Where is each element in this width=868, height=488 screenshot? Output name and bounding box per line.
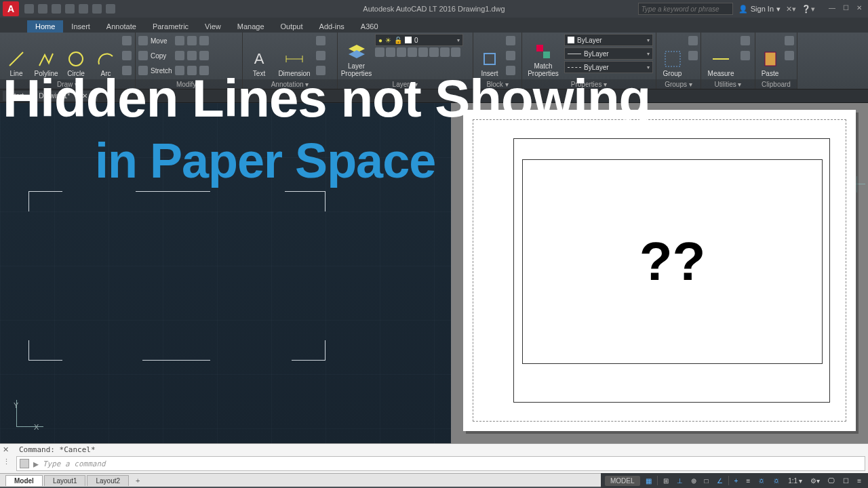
ungroup-button[interactable] bbox=[688, 34, 698, 47]
command-history: Command: *Cancel* bbox=[0, 444, 868, 456]
draw-extra-2[interactable] bbox=[122, 49, 132, 62]
restore-button[interactable]: ☐ bbox=[840, 4, 852, 14]
rotate-icon bbox=[175, 36, 184, 45]
layout-tab-add[interactable]: + bbox=[130, 475, 145, 486]
layer-name: 0 bbox=[414, 37, 418, 44]
app-logo[interactable]: A bbox=[3, 1, 19, 16]
layer-tool-4-icon[interactable] bbox=[408, 47, 417, 57]
qat-undo-icon[interactable] bbox=[92, 4, 102, 14]
tab-insert[interactable]: Insert bbox=[63, 20, 98, 33]
status-dynmode-icon[interactable]: + bbox=[732, 476, 741, 486]
status-space-toggle[interactable]: MODEL bbox=[605, 476, 640, 486]
chevron-down-icon: ▾ bbox=[776, 5, 781, 14]
status-clean-icon[interactable]: ☐ bbox=[840, 476, 852, 486]
person-icon: 👤 bbox=[738, 5, 748, 14]
svg-rect-8 bbox=[536, 45, 543, 52]
tab-parametric[interactable]: Parametric bbox=[144, 20, 197, 33]
trim-button[interactable] bbox=[187, 34, 197, 47]
status-anno2-icon[interactable]: ⛭ bbox=[770, 476, 783, 486]
circle-icon bbox=[66, 49, 85, 68]
status-grid-icon[interactable]: ▦ bbox=[643, 476, 654, 486]
rotate-button[interactable] bbox=[175, 34, 184, 47]
command-input-row[interactable]: ▸ Type a command bbox=[16, 456, 865, 471]
help-icon[interactable]: ❔▾ bbox=[802, 5, 815, 14]
copy-button[interactable]: Copy bbox=[138, 49, 172, 62]
minimize-button[interactable]: — bbox=[826, 4, 838, 14]
paper-space-panel[interactable]: ?? bbox=[451, 103, 868, 443]
tab-manage[interactable]: Manage bbox=[229, 20, 273, 33]
corner-bot-right bbox=[292, 340, 326, 361]
text-icon: A bbox=[250, 49, 269, 68]
layer-tool-6-icon[interactable] bbox=[429, 47, 439, 57]
status-monitor-icon[interactable]: 🖵 bbox=[825, 476, 837, 486]
leader-button[interactable] bbox=[316, 34, 326, 47]
tab-addins[interactable]: Add-ins bbox=[311, 20, 353, 33]
status-polar-icon[interactable]: ⊕ bbox=[688, 476, 699, 486]
svg-marker-6 bbox=[349, 50, 365, 58]
modify-extra-2[interactable] bbox=[199, 49, 209, 62]
layer-selector[interactable]: ● ☀ 🔓 0 bbox=[375, 34, 463, 46]
corner-top-right bbox=[285, 191, 326, 211]
copy-clip-icon bbox=[785, 51, 794, 60]
qat-open-icon[interactable] bbox=[38, 4, 47, 14]
viewport-border-inner[interactable]: ?? bbox=[522, 159, 823, 364]
qat-new-icon[interactable] bbox=[24, 4, 34, 14]
mirror-button[interactable] bbox=[175, 49, 184, 62]
table-button[interactable] bbox=[316, 49, 326, 62]
status-ortho-icon[interactable]: ⊥ bbox=[674, 476, 686, 486]
status-custom-icon[interactable]: ≡ bbox=[854, 476, 864, 486]
qat-redo-icon[interactable] bbox=[106, 4, 115, 14]
tab-view[interactable]: View bbox=[197, 20, 229, 33]
status-snap-icon[interactable]: ⊞ bbox=[660, 476, 671, 486]
cut-button[interactable] bbox=[785, 34, 794, 47]
modify-extra-1[interactable] bbox=[199, 34, 209, 47]
status-anno1-icon[interactable]: ⛭ bbox=[755, 476, 768, 486]
qat-save-icon[interactable] bbox=[52, 4, 61, 14]
qat-saveas-icon[interactable] bbox=[65, 4, 75, 14]
qat-print-icon[interactable] bbox=[79, 4, 88, 14]
layer-tool-8-icon[interactable] bbox=[451, 47, 460, 57]
command-prompt-icon bbox=[20, 459, 29, 468]
tab-a360[interactable]: A360 bbox=[353, 20, 387, 33]
block-create-button[interactable] bbox=[506, 49, 515, 62]
corner-top-mid bbox=[136, 191, 210, 211]
offset-icon bbox=[199, 36, 209, 45]
block-edit-button[interactable] bbox=[506, 34, 515, 47]
fillet-button[interactable] bbox=[187, 49, 197, 62]
draw-extra-1[interactable] bbox=[122, 34, 132, 47]
tab-home[interactable]: Home bbox=[27, 20, 63, 33]
color-selector[interactable]: ByLayer bbox=[564, 34, 653, 46]
group-edit-button[interactable] bbox=[688, 49, 698, 62]
status-annoscale[interactable]: 1:1▾ bbox=[785, 476, 805, 486]
signin-button[interactable]: 👤 Sign In ▾ bbox=[738, 5, 781, 14]
move-button[interactable]: Move bbox=[138, 34, 172, 47]
ribbon-tab-strip: Home Insert Annotate Parametric View Man… bbox=[0, 18, 868, 33]
layer-tool-3-icon[interactable] bbox=[397, 47, 406, 57]
command-handle-icon[interactable]: ⋮ bbox=[3, 458, 12, 466]
lineweight-selector[interactable]: ByLayer bbox=[564, 47, 653, 60]
util-2[interactable] bbox=[741, 49, 750, 62]
layout-tab-layout1[interactable]: Layout1 bbox=[44, 475, 86, 486]
help-search-input[interactable] bbox=[638, 3, 733, 15]
layout-tab-layout2[interactable]: Layout2 bbox=[87, 475, 129, 486]
command-close-icon[interactable]: ✕ bbox=[3, 445, 12, 454]
status-ws-icon[interactable]: ⚙▾ bbox=[808, 476, 823, 486]
status-otrack-icon[interactable]: ∠ bbox=[714, 476, 726, 486]
layer-tool-2-icon[interactable] bbox=[386, 47, 395, 57]
exchange-icon[interactable]: ✕▾ bbox=[786, 5, 796, 14]
layer-tool-7-icon[interactable] bbox=[440, 47, 450, 57]
status-lwt-icon[interactable]: ≡ bbox=[743, 476, 753, 486]
overlay-title-line1: Hidden Lines not Showing bbox=[0, 68, 868, 129]
copy-clip-button[interactable] bbox=[785, 49, 794, 62]
layer-tool-1-icon[interactable] bbox=[375, 47, 384, 57]
status-osnap-icon[interactable]: □ bbox=[702, 476, 711, 486]
layer-tool-5-icon[interactable] bbox=[418, 47, 428, 57]
tab-output[interactable]: Output bbox=[273, 20, 311, 33]
svg-rect-12 bbox=[765, 52, 776, 66]
util-1[interactable] bbox=[741, 34, 750, 47]
tab-annotate[interactable]: Annotate bbox=[98, 20, 144, 33]
layout-tab-model[interactable]: Model bbox=[5, 475, 43, 486]
viewport-border-outer[interactable]: ?? bbox=[513, 138, 830, 403]
command-input[interactable]: Type a command bbox=[43, 460, 862, 468]
close-button[interactable]: ✕ bbox=[853, 4, 865, 14]
